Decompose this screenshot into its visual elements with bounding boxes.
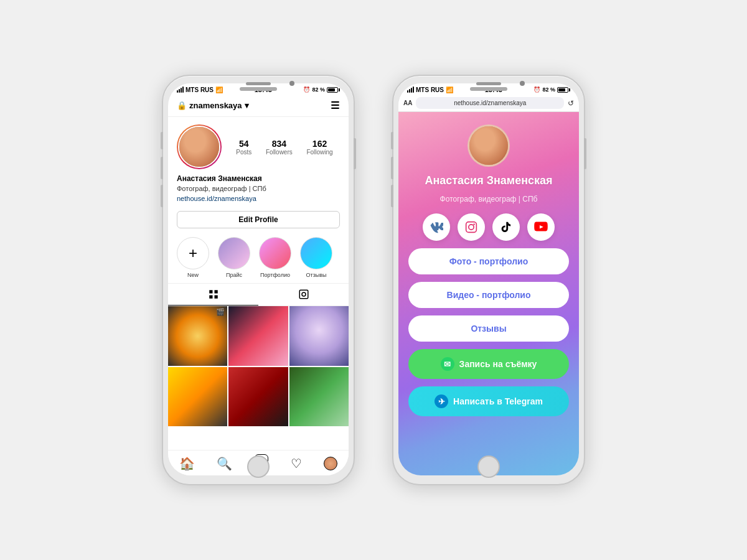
reviews-button[interactable]: Отзывы bbox=[408, 315, 569, 342]
ig-stats: 54 Posts 834 Followers 162 Following bbox=[229, 139, 340, 156]
nav-avatar[interactable] bbox=[324, 457, 337, 470]
grid-item-1[interactable]: 🎬 bbox=[168, 306, 227, 365]
nh-status-bar-right: ⏰ 82 % bbox=[533, 86, 570, 93]
tiktok-icon[interactable] bbox=[492, 213, 520, 241]
url-bar[interactable]: nethouse.id/znamenskaya bbox=[416, 97, 564, 109]
grid-item-4[interactable] bbox=[168, 367, 227, 426]
followers-count: 834 bbox=[272, 139, 286, 149]
phone-speaker bbox=[246, 82, 271, 85]
side-button-right bbox=[354, 138, 356, 169]
avatar bbox=[177, 124, 222, 169]
vk-icon[interactable] bbox=[423, 213, 450, 241]
reviews-label: Отзывы bbox=[471, 324, 506, 334]
nh-clock-icon: ⏰ bbox=[533, 86, 540, 93]
ig-profile-section: 54 Posts 834 Followers 162 Following bbox=[168, 117, 349, 174]
clock-icon: ⏰ bbox=[303, 86, 310, 93]
grid-item-6[interactable] bbox=[289, 367, 349, 426]
following-stat[interactable]: 162 Following bbox=[306, 139, 332, 156]
video-portfolio-button[interactable]: Видео - портфолио bbox=[408, 282, 569, 308]
tab-tagged[interactable] bbox=[258, 284, 349, 306]
nh-wifi-icon: 📶 bbox=[446, 86, 453, 93]
carrier-label: MTS RUS bbox=[186, 86, 214, 93]
svg-rect-4 bbox=[299, 291, 308, 299]
ig-menu-icon[interactable]: ☰ bbox=[331, 100, 340, 111]
nav-home-icon[interactable]: 🏠 bbox=[179, 456, 195, 471]
highlight-portfolio-label: Портфолио bbox=[260, 272, 290, 278]
highlight-reviews-circle[interactable] bbox=[300, 237, 332, 269]
posts-label: Posts bbox=[236, 149, 251, 156]
grid-item-5[interactable] bbox=[228, 367, 288, 426]
nh-carrier-label: MTS RUS bbox=[416, 86, 444, 93]
refresh-icon[interactable]: ↺ bbox=[568, 99, 574, 108]
phone-speaker-2 bbox=[476, 82, 501, 85]
home-button[interactable] bbox=[247, 455, 270, 478]
nh-profile-name: Анастасия Знаменская bbox=[425, 174, 552, 187]
nh-avatar bbox=[467, 124, 510, 167]
signal-bar-4 bbox=[182, 86, 184, 93]
bio-link[interactable]: nethouse.id/znamenskaya bbox=[177, 195, 340, 202]
side-button-left-2-1 bbox=[391, 132, 393, 149]
youtube-icon[interactable] bbox=[527, 213, 555, 241]
ig-photo-grid: 🎬 bbox=[168, 306, 349, 426]
followers-stat[interactable]: 834 Followers bbox=[266, 139, 293, 156]
ig-bio: Анастасия Знаменская Фотограф, видеограф… bbox=[168, 174, 349, 207]
svg-rect-2 bbox=[209, 296, 212, 299]
following-count: 162 bbox=[312, 139, 327, 149]
grid-item-3[interactable] bbox=[289, 306, 349, 365]
nh-battery-icon bbox=[557, 87, 570, 93]
phone-camera bbox=[289, 81, 294, 86]
side-button-left-2-3 bbox=[391, 185, 393, 207]
highlight-prais[interactable]: Прайс bbox=[218, 237, 250, 278]
avatar-face bbox=[179, 127, 219, 167]
video-portfolio-label: Видео - портфолио bbox=[447, 290, 531, 300]
grid-item-2[interactable] bbox=[228, 306, 288, 365]
nh-signal-bar-4 bbox=[413, 86, 414, 93]
nh-content: Анастасия Знаменская Фотограф, видеограф… bbox=[398, 112, 579, 475]
phone-nethouse: MTS RUS 📶 15:43 ⏰ 82 % AA nethouse.id/zn… bbox=[392, 75, 585, 485]
telegram-label: Написать в Telegram bbox=[453, 396, 543, 406]
instagram-screen: MTS RUS 📶 15:43 ⏰ 82 % 🔒 znam bbox=[168, 83, 349, 475]
nav-heart-icon[interactable]: ♡ bbox=[291, 456, 302, 471]
lock-icon: 🔒 bbox=[177, 101, 187, 110]
nh-status-bar-left: MTS RUS 📶 bbox=[407, 86, 453, 93]
highlight-new[interactable]: + New bbox=[177, 237, 209, 278]
whatsapp-booking-button[interactable]: ✉ Запись на съёмку bbox=[408, 349, 569, 379]
home-button-2[interactable] bbox=[477, 455, 500, 478]
highlight-reviews[interactable]: Отзывы bbox=[300, 237, 332, 278]
instagram-icon[interactable] bbox=[458, 213, 485, 241]
ig-username: znamenskaya bbox=[189, 101, 242, 110]
bio-name: Анастасия Знаменская bbox=[177, 174, 340, 183]
svg-rect-3 bbox=[214, 296, 217, 299]
foto-portfolio-label: Фото - портфолио bbox=[449, 256, 528, 266]
browser-aa[interactable]: AA bbox=[403, 100, 412, 106]
highlight-prais-circle[interactable] bbox=[218, 237, 250, 269]
highlight-new-label: New bbox=[187, 272, 199, 278]
highlight-portfolio-circle[interactable] bbox=[259, 237, 291, 269]
following-label: Following bbox=[306, 149, 332, 156]
tab-grid[interactable] bbox=[168, 284, 258, 306]
whatsapp-icon: ✉ bbox=[441, 357, 454, 371]
ig-highlights: + New Прайс Портфолио Отзывы bbox=[168, 232, 349, 283]
highlight-portfolio[interactable]: Портфолио bbox=[259, 237, 291, 278]
edit-profile-button[interactable]: Edit Profile bbox=[177, 211, 340, 228]
ig-post-tabs bbox=[168, 283, 349, 306]
bio-description: Фотограф, видеограф | СПб bbox=[177, 184, 340, 194]
highlight-new-circle[interactable]: + bbox=[177, 237, 209, 269]
posts-count: 54 bbox=[239, 139, 249, 149]
chevron-down-icon: ▾ bbox=[245, 101, 249, 110]
nh-battery-percent: 82 % bbox=[542, 86, 555, 93]
side-button-left-2 bbox=[161, 157, 163, 179]
side-button-left-3 bbox=[161, 185, 163, 207]
posts-stat[interactable]: 54 Posts bbox=[236, 139, 251, 156]
signal-bars bbox=[177, 86, 184, 93]
nh-signal-bar-3 bbox=[411, 88, 412, 93]
nh-signal-bar-1 bbox=[407, 90, 408, 93]
telegram-button[interactable]: ✈ Написать в Telegram bbox=[408, 386, 569, 416]
nh-signal-bar-2 bbox=[409, 89, 410, 93]
nh-signal-bars bbox=[407, 86, 414, 93]
foto-portfolio-button[interactable]: Фото - портфолио bbox=[408, 248, 569, 274]
ig-username-bar[interactable]: 🔒 znamenskaya ▾ bbox=[177, 101, 249, 110]
phone-instagram: MTS RUS 📶 15:43 ⏰ 82 % 🔒 znam bbox=[162, 75, 355, 485]
highlight-prais-label: Прайс bbox=[226, 272, 242, 278]
nav-search-icon[interactable]: 🔍 bbox=[217, 456, 232, 471]
